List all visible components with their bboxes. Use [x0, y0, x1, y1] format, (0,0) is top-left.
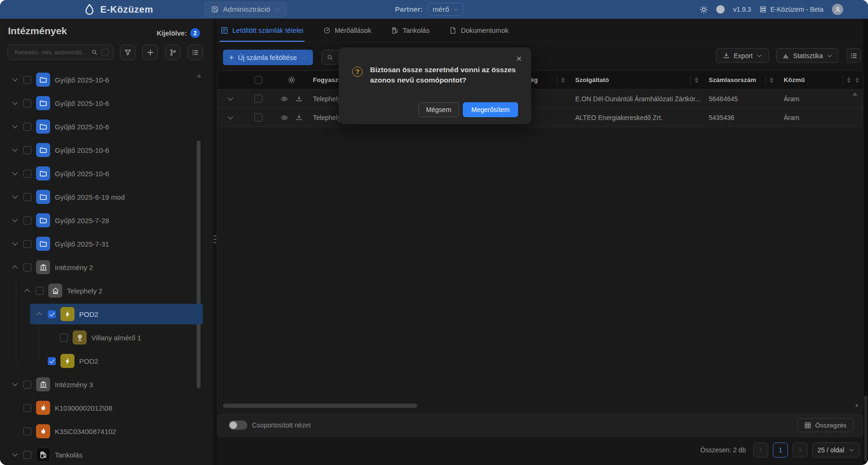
- search-input[interactable]: [14, 48, 87, 56]
- tab-letoltott-szamlak-tetelei[interactable]: Letöltött számlák tételei: [221, 19, 304, 42]
- chevron-down-icon[interactable]: [12, 171, 18, 176]
- tree-item-label[interactable]: K10300002012\08: [55, 404, 112, 412]
- tree-checkbox[interactable]: [48, 310, 56, 318]
- chevron-up-icon[interactable]: [12, 264, 18, 270]
- sidebar-resize-handle[interactable]: [213, 19, 217, 465]
- prev-page-button[interactable]: [753, 442, 768, 458]
- select-all-checkbox[interactable]: [254, 76, 262, 84]
- row-expand-icon[interactable]: [228, 115, 233, 120]
- tree-item-label[interactable]: Gyűjtő 2025-10-6: [55, 76, 109, 84]
- page-scrollbar[interactable]: [863, 19, 868, 465]
- tree-checkbox[interactable]: [23, 381, 31, 389]
- chevron-up-icon[interactable]: [37, 311, 42, 317]
- download-icon[interactable]: [296, 114, 303, 121]
- tree-item[interactable]: POD2: [0, 349, 206, 373]
- tree-checkbox[interactable]: [23, 217, 31, 225]
- tree-item[interactable]: POD2: [0, 302, 206, 326]
- table-row[interactable]: Telephely 2 E.ON Dél-Dunántúli Áramhálóz…: [217, 90, 863, 108]
- horizontal-scrollbar[interactable]: [223, 404, 417, 408]
- sort-icon[interactable]: [770, 77, 773, 83]
- tree-item[interactable]: Intézmény 2: [0, 255, 206, 279]
- chevron-down-icon[interactable]: [12, 100, 18, 106]
- grouped-view-toggle[interactable]: [229, 420, 247, 430]
- sort-icon[interactable]: [561, 77, 565, 83]
- tree-item[interactable]: K10300002012\08: [0, 396, 206, 420]
- tab-dokumentumok[interactable]: Dokumentumok: [449, 19, 509, 42]
- tree-checkbox[interactable]: [23, 123, 31, 131]
- tab-meroallasok[interactable]: Mérőállások: [323, 19, 371, 42]
- tree-item-label[interactable]: Telephely 2: [67, 287, 103, 295]
- tree-checkbox[interactable]: [23, 99, 31, 107]
- tree-item-label[interactable]: POD2: [79, 310, 98, 318]
- tree-item[interactable]: Gyűjtő 2025-10-6: [0, 138, 206, 162]
- summary-button[interactable]: Összegzés: [797, 418, 853, 432]
- environment-selector[interactable]: E-Közüzem - Beta: [759, 6, 823, 13]
- view-icon[interactable]: [281, 95, 288, 103]
- tree-checkbox[interactable]: [36, 287, 44, 295]
- view-icon[interactable]: [281, 114, 288, 121]
- tree-item[interactable]: Gyűjtő 2025-10-6: [0, 68, 206, 91]
- next-page-button[interactable]: [793, 442, 808, 458]
- tree-item-label[interactable]: Intézmény 3: [55, 381, 93, 389]
- tree-checkbox[interactable]: [23, 76, 31, 84]
- tree-item-label[interactable]: Gyűjtő 2025-6-19 mod: [55, 193, 125, 201]
- col-szamlasorszam[interactable]: Számlasorszám: [703, 71, 778, 89]
- tree-item[interactable]: Gyűjtő 2025-7-31: [0, 232, 206, 255]
- tree-item-label[interactable]: Gyűjtő 2025-10-6: [55, 170, 109, 178]
- tree-item-label[interactable]: Gyűjtő 2025-10-6: [55, 99, 109, 107]
- column-settings-button[interactable]: [846, 48, 861, 63]
- col-kozmu[interactable]: Közmű: [778, 71, 855, 89]
- tree-checkbox[interactable]: [23, 451, 31, 459]
- chevron-down-icon[interactable]: [12, 124, 18, 129]
- tree-item-label[interactable]: Gyűjtő 2025-7-31: [55, 240, 109, 248]
- theme-toggle[interactable]: [716, 5, 725, 14]
- scroll-right-icon[interactable]: [856, 404, 859, 407]
- export-button[interactable]: Export: [716, 48, 769, 63]
- current-page-button[interactable]: 1: [773, 442, 788, 458]
- chevron-down-icon[interactable]: [12, 382, 18, 387]
- filter-button[interactable]: [120, 45, 135, 60]
- tree-item-label[interactable]: Tankolás: [55, 451, 82, 459]
- chevron-down-icon[interactable]: [12, 218, 18, 223]
- chevron-down-icon[interactable]: [12, 241, 18, 247]
- tree-checkbox[interactable]: [23, 404, 31, 412]
- tree-checkbox[interactable]: [23, 146, 31, 154]
- avatar[interactable]: [832, 4, 843, 15]
- chevron-up-icon[interactable]: [24, 288, 30, 293]
- tree-item[interactable]: Gyűjtő 2025-7-28: [0, 209, 206, 232]
- download-icon[interactable]: [296, 95, 303, 102]
- tree-checkbox[interactable]: [23, 193, 31, 201]
- tree-item-label[interactable]: Gyűjtő 2025-10-6: [55, 123, 109, 131]
- tree-checkbox[interactable]: [23, 263, 31, 271]
- chevron-down-icon[interactable]: [12, 77, 18, 82]
- cancel-button[interactable]: Mégsem: [418, 102, 460, 117]
- row-checkbox[interactable]: [254, 113, 262, 121]
- chevron-down-icon[interactable]: [12, 452, 18, 458]
- tree-item-label[interactable]: Gyűjtő 2025-10-6: [55, 146, 109, 154]
- page-size-select[interactable]: 25 / oldal: [812, 442, 860, 458]
- tree-item[interactable]: Intézmény 3: [0, 373, 206, 396]
- col-szolgaltato[interactable]: Szolgáltató: [570, 71, 703, 89]
- new-invoice-button[interactable]: + Új számla feltöltése: [223, 50, 313, 65]
- tree-item[interactable]: Tankolás: [0, 443, 206, 465]
- tree-checkbox[interactable]: [23, 428, 31, 435]
- row-expand-icon[interactable]: [228, 96, 233, 102]
- tab-tankolas[interactable]: Tankolás: [391, 19, 430, 42]
- tree-item[interactable]: K3SC03400874102: [0, 420, 206, 443]
- tree-item-label[interactable]: Intézmény 2: [55, 263, 93, 271]
- tree-item-label[interactable]: POD2: [79, 357, 98, 365]
- tree-item[interactable]: Gyűjtő 2025-6-19 mod: [0, 185, 206, 209]
- list-button[interactable]: [187, 45, 203, 60]
- tree-item[interactable]: Gyűjtő 2025-10-6: [0, 91, 206, 115]
- tree-checkbox[interactable]: [23, 240, 31, 248]
- gear-icon[interactable]: [288, 76, 296, 84]
- sort-icon[interactable]: [695, 77, 698, 83]
- chevron-down-icon[interactable]: [12, 147, 18, 153]
- partner-dropdown[interactable]: mérő: [427, 3, 463, 16]
- confirm-button[interactable]: Megerősítem: [463, 102, 518, 117]
- exact-search-checkbox[interactable]: [102, 49, 109, 56]
- tree-item[interactable]: Gyűjtő 2025-10-6: [0, 162, 206, 185]
- tree-checkbox[interactable]: [60, 334, 68, 342]
- tree-item-label[interactable]: Villany almérő 1: [91, 334, 141, 342]
- add-button[interactable]: [142, 45, 158, 60]
